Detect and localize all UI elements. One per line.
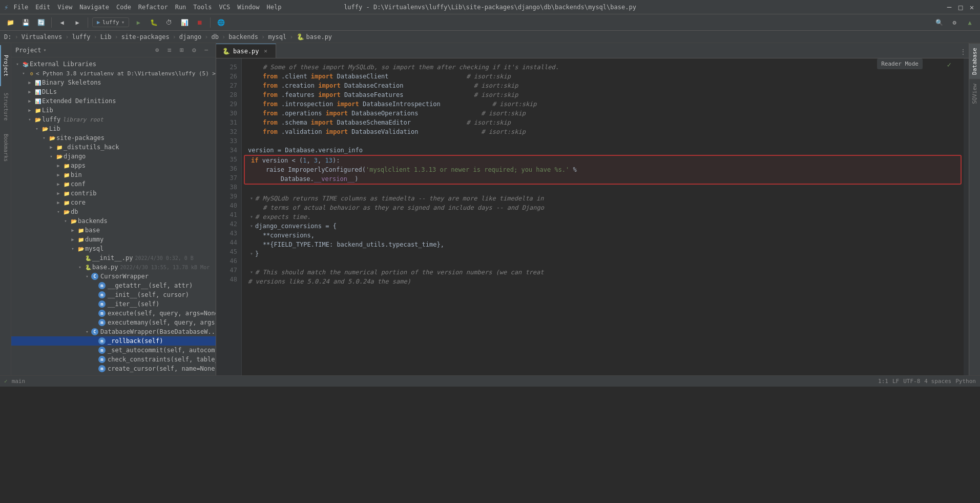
tree-item-lib[interactable]: ▶ 📁 Lib (11, 106, 216, 115)
tree-item-luffy[interactable]: ▾ 📂 luffy library root (11, 115, 216, 124)
fold-icon-45[interactable]: ▾ (248, 250, 255, 257)
breadcrumb-luffy[interactable]: luffy (72, 33, 90, 41)
breadcrumb-lib[interactable]: Lib (100, 33, 112, 41)
tree-item-bin[interactable]: ▶ 📁 bin (11, 170, 216, 179)
left-tab-project[interactable]: Project (0, 45, 11, 86)
tab-menu-button[interactable]: ⋮ (957, 46, 969, 58)
tree-item-binary-skeletons[interactable]: ▶ 📊 Binary Skeletons (11, 78, 216, 87)
tree-item-init-py[interactable]: ▶ 🐍 __init__.py 2022/4/30 0:32, 0 B (11, 253, 216, 263)
status-language[interactable]: Python (955, 378, 976, 385)
breadcrumb-django[interactable]: django (179, 33, 201, 41)
tree-item-apps[interactable]: ▶ 📁 apps (11, 161, 216, 170)
update-button[interactable]: ▲ (964, 16, 976, 29)
sidebar-expand-button[interactable]: ⊞ (177, 45, 187, 55)
sidebar-collapse-button[interactable]: ≡ (164, 45, 175, 55)
tree-item-base-folder[interactable]: ▶ 📁 base (11, 226, 216, 235)
tab-close-button[interactable]: ✕ (262, 48, 269, 55)
settings-button[interactable]: ⚙ (948, 16, 961, 29)
menu-refactor[interactable]: Refactor (135, 3, 171, 12)
fold-icon-47[interactable]: ▾ (248, 269, 255, 276)
breadcrumb-virtualenvs[interactable]: Virtualenvs (22, 33, 62, 41)
menu-code[interactable]: Code (113, 3, 134, 12)
fold-icon-42[interactable]: ▾ (248, 223, 255, 230)
save-button[interactable]: 💾 (19, 16, 32, 29)
tree-item-cursor-wrapper[interactable]: ▾ C CursorWrapper (11, 272, 216, 281)
sync-button[interactable]: 🔄 (35, 16, 47, 29)
open-button[interactable]: 📁 (4, 16, 16, 29)
tree-item-cursor-init[interactable]: ▶ m __init__(self, cursor) (11, 290, 216, 299)
sidebar-dropdown-icon[interactable]: ▾ (44, 47, 47, 53)
maximize-button[interactable]: □ (956, 3, 965, 11)
tree-item-backends[interactable]: ▾ 📂 backends (11, 216, 216, 226)
tree-item-external-libraries[interactable]: ▾ 📚 External Libraries (11, 59, 216, 69)
menu-view[interactable]: View (54, 3, 75, 12)
run-with-coverage-button[interactable]: 📊 (178, 16, 191, 29)
fold-icon-39[interactable]: ▾ (248, 195, 255, 202)
create-cursor-label: create_cursor(self, name=None (108, 365, 215, 372)
left-tab-structure[interactable]: Structure (0, 86, 11, 127)
debug-button[interactable]: 🐛 (148, 16, 160, 29)
tree-item-dummy[interactable]: ▶ 📁 dummy (11, 235, 216, 244)
status-branch: main (12, 378, 26, 385)
tree-item-contrib[interactable]: ▶ 📁 contrib (11, 189, 216, 198)
forward-button[interactable]: ▶ (71, 16, 84, 29)
tree-item-core[interactable]: ▶ 📁 core (11, 198, 216, 207)
reader-mode-button[interactable]: Reader Mode (877, 58, 923, 69)
run-config-selector[interactable]: ▶ luffy ▾ (92, 17, 129, 27)
status-git[interactable]: ✓ (4, 378, 8, 385)
breadcrumb-site-packages[interactable]: site-packages (121, 33, 170, 41)
tree-item-db[interactable]: ▾ 📂 db (11, 207, 216, 216)
sidebar-add-button[interactable]: ⊕ (152, 45, 162, 55)
stop-button[interactable]: ⏹ (194, 16, 206, 29)
menu-tools[interactable]: Tools (190, 3, 215, 12)
tree-item-check-constraints[interactable]: ▶ m check_constraints(self, table_na... (11, 355, 216, 364)
tree-item-django[interactable]: ▾ 📂 django (11, 152, 216, 161)
menu-run[interactable]: Run (172, 3, 190, 12)
breadcrumb-mysql[interactable]: mysql (268, 33, 286, 41)
tree-item-getattr[interactable]: ▶ m __getattr__(self, attr) (11, 281, 216, 290)
search-everywhere-button[interactable]: 🔍 (933, 16, 945, 29)
breadcrumb-db[interactable]: db (211, 33, 218, 41)
right-panel-database[interactable]: Database (969, 43, 980, 79)
back-button[interactable]: ◀ (56, 16, 68, 29)
menu-edit[interactable]: Edit (32, 3, 53, 12)
code-line-47: ▾# This should match the numerical porti… (242, 268, 964, 277)
breadcrumb-backends[interactable]: backends (228, 33, 258, 41)
tree-item-rollback[interactable]: ▶ m _rollback(self) (11, 336, 216, 346)
sidebar-close-button[interactable]: − (201, 45, 212, 55)
menu-file[interactable]: File (10, 3, 31, 12)
tree-item-db-wrapper[interactable]: ▾ C DatabaseWrapper(BaseDatabaseW... (11, 327, 216, 336)
code-content-area[interactable]: Reader Mode ✓ # Some of these import MyS… (242, 58, 964, 375)
close-button[interactable]: ✕ (968, 3, 976, 11)
breadcrumb-d[interactable]: D: (4, 33, 11, 41)
tree-item-extended-defs[interactable]: ▶ 📊 Extended Definitions (11, 96, 216, 106)
tree-item-executemany[interactable]: ▶ m executemany(self, query, args) (11, 318, 216, 327)
tree-item-set-autocommit[interactable]: ▶ m _set_autocommit(self, autocom... (11, 346, 216, 355)
fold-icon-41[interactable]: ▾ (248, 213, 255, 220)
scrollbar-track[interactable] (964, 58, 969, 375)
tree-item-mysql[interactable]: ▾ 📂 mysql (11, 244, 216, 253)
tree-item-distutils[interactable]: ▶ 📁 _distutils_hack (11, 143, 216, 152)
tree-item-iter[interactable]: ▶ m __iter__(self) (11, 299, 216, 309)
tree-item-lib2[interactable]: ▾ 📂 Lib (11, 124, 216, 133)
profile-button[interactable]: ⏱ (163, 16, 175, 29)
left-tab-bookmarks[interactable]: Bookmarks (0, 127, 11, 168)
breadcrumb-file[interactable]: 🐍 base.py (297, 33, 332, 41)
menu-window[interactable]: Window (234, 3, 262, 12)
sidebar-settings-button[interactable]: ⚙ (189, 45, 199, 55)
tree-item-create-cursor[interactable]: ▶ m create_cursor(self, name=None (11, 364, 216, 373)
tree-item-conf[interactable]: ▶ 📁 conf (11, 179, 216, 189)
tree-item-site-packages[interactable]: ▾ 📂 site-packages (11, 133, 216, 143)
tree-item-execute[interactable]: ▶ m execute(self, query, args=None (11, 309, 216, 318)
menu-navigate[interactable]: Navigate (76, 3, 112, 12)
tree-item-virtualenv[interactable]: ▾ ⚙ < Python 3.8 virtualenv at D:\Virtua… (11, 69, 216, 78)
menu-help[interactable]: Help (264, 3, 285, 12)
right-panel-sqview[interactable]: SQView (969, 79, 980, 108)
tree-item-base-py[interactable]: ▾ 🐍 base.py 2022/4/30 13:55, 13.78 kB Mo… (11, 263, 216, 272)
tab-base-py[interactable]: 🐍 base.py ✕ (216, 44, 276, 58)
menu-vcs[interactable]: VCS (216, 3, 233, 12)
run-button[interactable]: ▶ (132, 16, 144, 29)
minimize-button[interactable]: ─ (945, 3, 953, 11)
translate-button[interactable]: 🌐 (215, 16, 227, 29)
tree-item-dlls[interactable]: ▶ 📊 DLLs (11, 87, 216, 96)
